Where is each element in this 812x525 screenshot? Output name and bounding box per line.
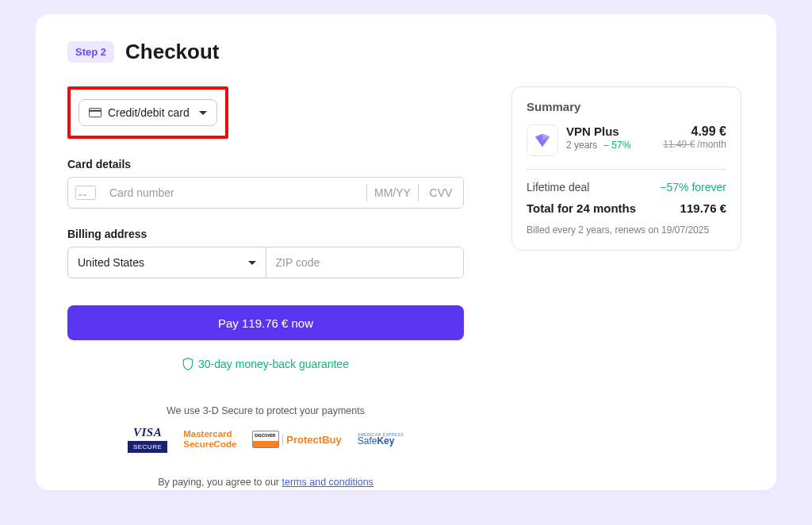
card-input-group <box>67 177 464 209</box>
chevron-down-icon <box>199 111 207 115</box>
card-number-icon <box>68 178 103 208</box>
billing-row: United States <box>67 247 464 278</box>
summary-divider <box>527 169 726 170</box>
payment-method-label: Credit/debit card <box>108 106 190 119</box>
billing-address-label: Billing address <box>67 228 464 240</box>
checkout-card: Step 2 Checkout Credit/debit card Card d… <box>36 14 776 490</box>
plan-price-per: /month <box>697 139 726 150</box>
plan-old-price: 11.49 € <box>663 139 695 150</box>
shield-icon <box>182 358 193 370</box>
payment-method-select[interactable]: Credit/debit card <box>79 99 217 126</box>
secure-note: We use 3-D Secure to protect your paymen… <box>67 405 464 416</box>
card-expiry-input[interactable] <box>367 178 418 208</box>
step-badge: Step 2 <box>67 41 114 63</box>
svg-rect-0 <box>89 108 101 117</box>
plan-discount: – 57% <box>603 140 630 151</box>
svg-rect-3 <box>79 194 82 196</box>
discover-card-icon <box>252 431 279 448</box>
amex-safekey-badge: AMERICAN EXPRESS SafeKey <box>358 432 404 446</box>
plan-term: 2 years <box>566 140 597 151</box>
discover-protectbuy-badge: ProtectBuy <box>252 431 341 448</box>
plan-icon <box>527 125 558 156</box>
payment-method-highlight: Credit/debit card <box>67 86 228 139</box>
card-details-label: Card details <box>67 158 464 171</box>
credit-card-icon <box>89 108 102 117</box>
summary-title: Summary <box>527 100 726 113</box>
chevron-down-icon <box>248 261 256 265</box>
page-title: Checkout <box>125 40 219 64</box>
header: Step 2 Checkout <box>67 40 745 64</box>
terms-link[interactable]: terms and conditions <box>282 477 373 488</box>
zip-input[interactable] <box>266 247 464 278</box>
card-cvv-input[interactable] <box>419 178 463 208</box>
summary-footer: Billed every 2 years, renews on 19/07/20… <box>527 224 726 236</box>
svg-rect-2 <box>76 186 96 200</box>
pay-button[interactable]: Pay 119.76 € now <box>67 305 464 340</box>
security-badges: VISA SECURE Mastercard SecureCode Protec… <box>67 426 464 453</box>
card-number-input[interactable] <box>103 178 366 208</box>
guarantee-text: 30-day money-back guarantee <box>198 358 349 370</box>
svg-rect-1 <box>89 110 102 112</box>
mastercard-securecode-badge: Mastercard SecureCode <box>183 429 236 450</box>
lifetime-deal-line: Lifetime deal −57% forever <box>527 181 726 194</box>
country-value: United States <box>78 256 144 269</box>
total-line: Total for 24 months 119.76 € <box>527 201 726 215</box>
country-select[interactable]: United States <box>68 247 266 278</box>
guarantee-row: 30-day money-back guarantee <box>67 358 464 370</box>
plan-name: VPN Plus <box>566 125 655 138</box>
svg-rect-4 <box>83 194 86 196</box>
visa-secure-badge: VISA SECURE <box>128 426 167 453</box>
terms-prefix: By paying, you agree to our <box>158 477 282 488</box>
terms-line: By paying, you agree to our terms and co… <box>67 477 464 488</box>
plan-price: 4.99 € <box>663 125 726 139</box>
summary-panel: Summary VPN Plus 2 years – 57% 4.99 € <box>511 86 741 251</box>
plan-row: VPN Plus 2 years – 57% 4.99 € 11.49 €/mo… <box>527 125 726 156</box>
